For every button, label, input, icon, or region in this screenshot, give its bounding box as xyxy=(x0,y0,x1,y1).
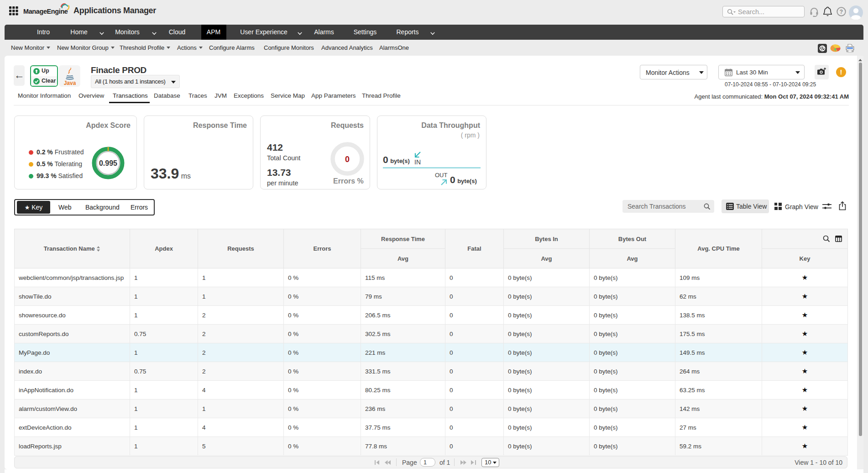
svg-text:?: ? xyxy=(840,9,843,15)
svg-text:0: 0 xyxy=(345,155,350,164)
svg-text:Java: Java xyxy=(64,80,76,86)
svg-text:0.995: 0.995 xyxy=(99,159,117,167)
